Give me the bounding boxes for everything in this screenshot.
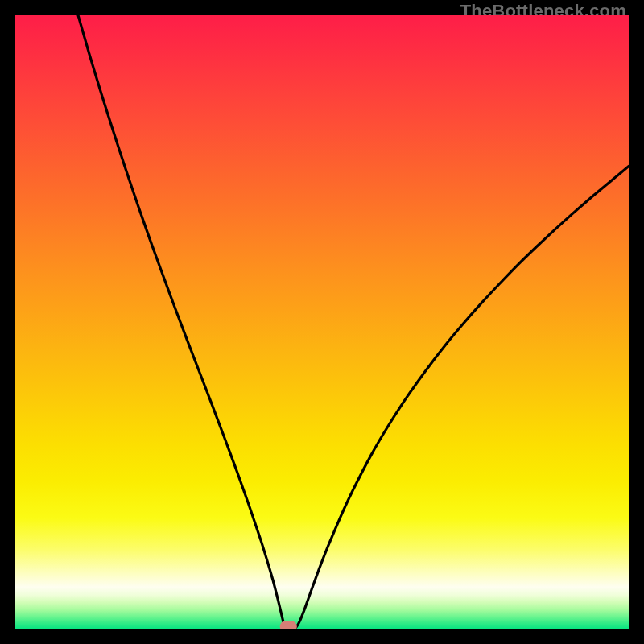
bottleneck-curve-line [78, 15, 629, 629]
curve-svg [15, 15, 629, 629]
chart-frame: TheBottleneck.com [0, 0, 644, 644]
minimum-marker-dot [280, 621, 297, 629]
plot-area [15, 15, 629, 629]
